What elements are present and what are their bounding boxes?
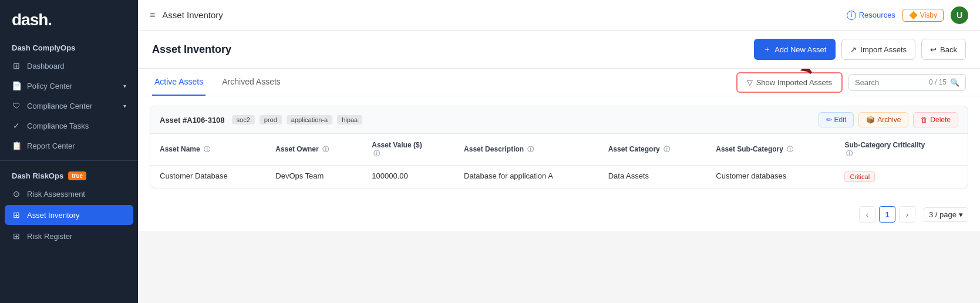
cell-asset-subcategory: Customer databases: [706, 166, 835, 188]
th-asset-value: Asset Value ($) ⓘ: [362, 134, 454, 166]
dashboard-icon: ⊞: [12, 61, 21, 70]
next-page-button[interactable]: ›: [899, 206, 915, 223]
tasks-icon: ✓: [12, 121, 21, 130]
header-buttons: ＋ Add New Asset ↗ Import Assets ↩ Back: [754, 39, 966, 60]
show-imported-label: Show Imported Assets: [756, 78, 832, 87]
sidebar-item-risk-register[interactable]: ⊞ Risk Register: [0, 226, 138, 246]
archived-assets-label: Archived Assets: [222, 77, 281, 86]
criticality-badge: Critical: [844, 171, 875, 182]
svg-line-0: [784, 69, 810, 72]
sidebar-item-label: Policy Center: [27, 82, 72, 90]
back-button[interactable]: ↩ Back: [921, 39, 966, 60]
chevron-down-icon: ▾: [123, 83, 126, 89]
sidebar-item-label: Dashboard: [27, 62, 65, 70]
sidebar-item-report-center[interactable]: 📋 Report Center: [0, 136, 138, 156]
avatar[interactable]: U: [951, 6, 968, 24]
archive-icon: 📦: [866, 116, 875, 124]
visby-button[interactable]: 🔶 Visby: [902, 9, 944, 22]
page-title: Asset Inventory: [152, 43, 754, 56]
sidebar-item-label: Compliance Center: [27, 102, 92, 110]
asset-card: Asset #A106-3108 soc2 prod application-a…: [150, 106, 968, 188]
menu-icon[interactable]: ≡: [150, 10, 155, 21]
beta-badge: true: [68, 171, 86, 180]
asset-id: Asset #A106-3108: [160, 116, 225, 124]
back-icon: ↩: [930, 45, 937, 54]
risk-icon: ⊙: [12, 189, 21, 198]
import-assets-button[interactable]: ↗ Import Assets: [841, 39, 915, 60]
complyops-section-title: Dash ComplyOps: [0, 38, 138, 56]
th-asset-description: Asset Description ⓘ: [454, 134, 599, 166]
asset-subcategory-value: Customer databases: [716, 171, 786, 180]
tabs-bar: Active Assets Archived Assets ▽: [138, 69, 980, 96]
tab-active-assets[interactable]: Active Assets: [152, 69, 206, 96]
sidebar-item-label: Compliance Tasks: [27, 122, 89, 130]
sidebar-item-policy-center[interactable]: 📄 Policy Center ▾: [0, 76, 138, 96]
sidebar-item-asset-inventory[interactable]: ⊞ Asset Inventory: [5, 205, 133, 225]
archive-button[interactable]: 📦 Archive: [858, 112, 908, 127]
tab-archived-assets[interactable]: Archived Assets: [220, 69, 283, 96]
info-icon: ⓘ: [322, 146, 329, 153]
info-icon: ⓘ: [204, 146, 210, 153]
search-count: 0 / 15: [929, 78, 947, 86]
search-box: 0 / 15 🔍: [848, 74, 966, 91]
show-imported-assets-button[interactable]: ▽ Show Imported Assets: [736, 72, 843, 93]
prev-page-button[interactable]: ‹: [859, 206, 875, 223]
report-icon: 📋: [12, 141, 21, 150]
info-icon: ⓘ: [373, 150, 380, 157]
edit-button[interactable]: ✏ Edit: [819, 112, 854, 127]
cell-criticality: Critical: [835, 166, 968, 188]
topbar: ≡ Asset Inventory i Resources 🔶 Visby U: [138, 0, 980, 31]
info-icon: ⓘ: [664, 146, 670, 153]
content-inner: Active Assets Archived Assets ▽: [138, 69, 980, 231]
edit-label: Edit: [834, 116, 847, 124]
sidebar-item-compliance-center[interactable]: 🛡 Compliance Center ▾: [0, 96, 138, 116]
asset-tags: Asset #A106-3108 soc2 prod application-a…: [160, 115, 362, 124]
delete-button[interactable]: 🗑 Delete: [913, 112, 958, 127]
chevron-down-icon: ▾: [959, 210, 963, 219]
compliance-icon: 🛡: [12, 101, 21, 110]
chevron-down-icon: ▾: [123, 103, 126, 109]
tag-prod: prod: [260, 115, 282, 124]
logo: dash.: [0, 0, 138, 38]
pagination: ‹ 1 › 3 / page ▾: [138, 198, 980, 231]
import-button-label: Import Assets: [860, 45, 907, 54]
add-new-asset-button[interactable]: ＋ Add New Asset: [754, 39, 836, 60]
tag-hipaa: hipaa: [337, 115, 362, 124]
th-asset-value-label: Asset Value ($): [372, 141, 422, 149]
policy-icon: 📄: [12, 81, 21, 90]
page-header: Asset Inventory ＋ Add New Asset ↗ Import…: [138, 31, 980, 69]
resources-label: Resources: [859, 11, 895, 19]
archive-label: Archive: [877, 116, 901, 124]
sidebar: dash. Dash ComplyOps ⊞ Dashboard 📄 Polic…: [0, 0, 138, 303]
asset-icon: ⊞: [12, 210, 21, 220]
sidebar-item-compliance-tasks[interactable]: ✓ Compliance Tasks: [0, 116, 138, 136]
th-asset-category-label: Asset Category: [608, 145, 660, 153]
th-asset-name: Asset Name ⓘ: [150, 134, 266, 166]
th-asset-owner: Asset Owner ⓘ: [266, 134, 362, 166]
sidebar-item-risk-assessment[interactable]: ⊙ Risk Assessment: [0, 184, 138, 204]
info-icon: ⓘ: [527, 146, 534, 153]
th-subcategory-criticality: Sub-Category Criticality ⓘ: [835, 134, 968, 166]
per-page-selector[interactable]: 3 / page ▾: [924, 207, 968, 222]
cell-asset-category: Data Assets: [599, 166, 707, 188]
current-page[interactable]: 1: [879, 206, 895, 223]
sidebar-item-dashboard[interactable]: ⊞ Dashboard: [0, 56, 138, 76]
th-asset-category: Asset Category ⓘ: [599, 134, 707, 166]
register-icon: ⊞: [12, 231, 21, 241]
th-asset-description-label: Asset Description: [464, 145, 524, 153]
cell-asset-value: 100000.00: [362, 166, 454, 188]
search-icon[interactable]: 🔍: [950, 78, 959, 87]
th-asset-name-label: Asset Name: [160, 145, 200, 153]
edit-icon: ✏: [826, 116, 832, 124]
asset-category-value: Data Assets: [608, 171, 649, 180]
main-area: ≡ Asset Inventory i Resources 🔶 Visby U …: [138, 0, 980, 303]
resources-link[interactable]: i Resources: [847, 11, 895, 20]
cell-asset-description: Database for application A: [454, 166, 599, 188]
sidebar-item-label: Report Center: [27, 142, 75, 150]
topbar-title: Asset Inventory: [162, 10, 846, 20]
asset-actions: ✏ Edit 📦 Archive 🗑 Delete: [819, 112, 958, 127]
search-input[interactable]: [855, 78, 925, 87]
filter-icon: ▽: [747, 78, 753, 87]
sidebar-item-label: Risk Register: [27, 232, 72, 241]
info-icon: i: [847, 11, 856, 20]
